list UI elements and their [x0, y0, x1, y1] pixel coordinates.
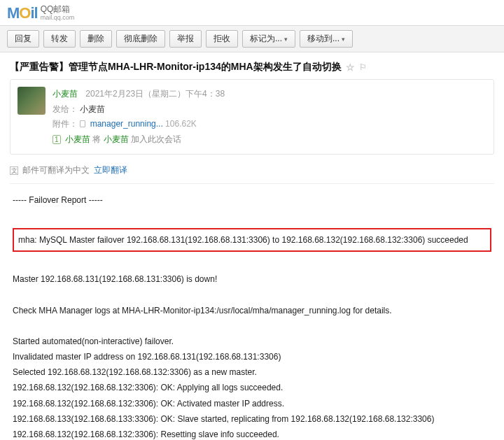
body-line: 192.168.68.132(192.168.68.132:3306): Res… [13, 427, 491, 440]
body-line: Selected 192.168.68.132(192.168.68.132:3… [13, 364, 491, 380]
delete-button[interactable]: 删除 [80, 30, 112, 48]
sender-name[interactable]: 小麦苗 [52, 89, 78, 99]
translate-icon: 文 [10, 166, 18, 175]
report-button[interactable]: 举报 [169, 30, 202, 48]
chevron-down-icon: ▾ [342, 36, 345, 43]
forward-button[interactable]: 转发 [43, 30, 76, 48]
sender-avatar[interactable] [18, 87, 46, 115]
file-icon [80, 120, 85, 127]
conversation-line: 1 小麦苗 将 小麦苗 加入此次会话 [52, 132, 486, 148]
logo-subtext: QQ邮箱 mail.qq.com [41, 5, 75, 21]
mail-toolbar: 回复 转发 删除 彻底删除 举报 拒收 标记为...▾ 移动到...▾ [0, 25, 504, 52]
body-line: Invalidated master IP address on 192.168… [13, 349, 491, 364]
mail-meta: 小麦苗 2021年2月23日（星期二）下午4：38 发给： 小麦苗 附件： ma… [10, 79, 494, 155]
chevron-down-icon: ▾ [284, 36, 288, 43]
mark-as-dropdown[interactable]: 标记为...▾ [242, 30, 295, 48]
reply-button[interactable]: 回复 [7, 30, 39, 48]
body-line: Started automated(non-interactive) failo… [13, 334, 491, 349]
highlight-success: mha: MySQL Master failover 192.168.68.13… [13, 228, 491, 252]
logo-icon: MOil [7, 4, 38, 22]
attach-size: 106.62K [165, 119, 197, 129]
star-icon[interactable]: ☆ [346, 62, 355, 73]
move-to-dropdown[interactable]: 移动到...▾ [300, 30, 353, 48]
delete-forever-button[interactable]: 彻底删除 [116, 30, 165, 48]
body-line: ----- Failover Report ----- [13, 192, 491, 208]
send-time: 2021年2月23日（星期二）下午4：38 [85, 89, 225, 99]
attach-link[interactable]: manager_running... [90, 119, 163, 129]
to-recipient[interactable]: 小麦苗 [80, 104, 105, 114]
brand-header: MOil QQ邮箱 mail.qq.com [0, 0, 504, 25]
flag-icon[interactable]: ⚐ [359, 62, 367, 72]
reject-button[interactable]: 拒收 [206, 30, 238, 48]
to-label: 发给： [52, 104, 78, 114]
body-line: Check MHA Manager logs at MHA-LHR-Monito… [13, 303, 491, 318]
body-line: Master 192.168.68.131(192.168.68.131:330… [13, 271, 491, 287]
mail-subject: 【严重告警】管理节点MHA-LHR-Monitor-ip134的MHA架构发生了… [0, 52, 504, 79]
body-line: 192.168.68.133(192.168.68.133:3306): OK:… [13, 411, 491, 427]
translate-bar: 文 邮件可翻译为中文 立即翻译 [10, 160, 494, 184]
mail-body: ----- Failover Report ----- mha: MySQL M… [0, 190, 504, 440]
attach-label: 附件： [52, 119, 78, 129]
body-line: 192.168.68.132(192.168.68.132:3306): OK:… [13, 396, 491, 411]
translate-now-link[interactable]: 立即翻译 [94, 164, 127, 176]
body-line: 192.168.68.132(192.168.68.132:3306): OK:… [13, 380, 491, 395]
